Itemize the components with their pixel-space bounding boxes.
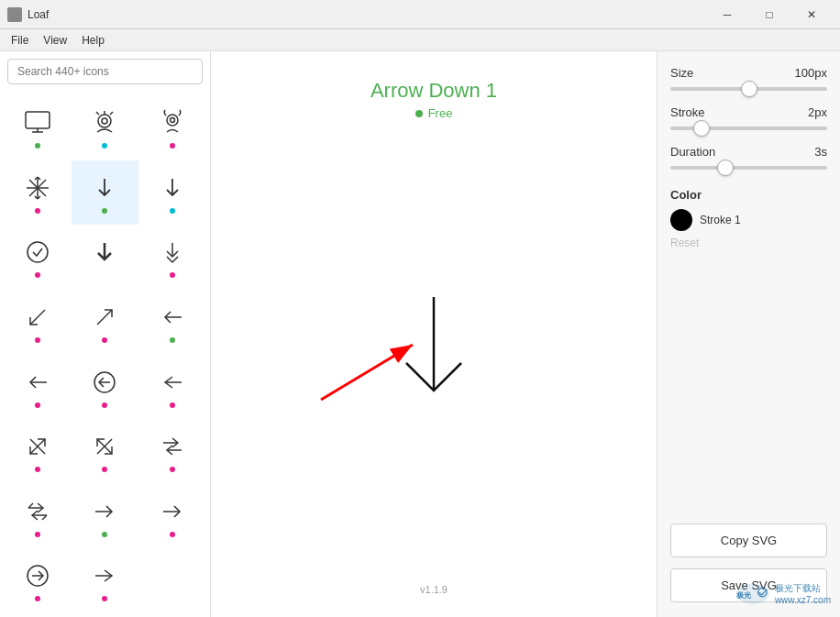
list-item[interactable] [138, 290, 206, 354]
arrow-down-4-icon [156, 236, 189, 269]
circle-check-icon [21, 236, 54, 269]
list-item[interactable] [4, 95, 72, 160]
title-bar: Loaf ─ □ ✕ [0, 0, 840, 29]
icon-dot [35, 143, 40, 149]
list-item[interactable] [4, 419, 72, 483]
list-item[interactable] [72, 160, 139, 225]
list-item[interactable] [72, 548, 139, 612]
size-control: Size 100px [670, 66, 827, 94]
arrow-expand-2-icon [88, 430, 121, 463]
arrow-left-2-icon [21, 366, 54, 399]
duration-label-row: Duration 3s [670, 145, 827, 159]
size-slider-track [670, 87, 827, 91]
list-item[interactable] [138, 419, 206, 483]
app-icon [7, 7, 22, 22]
icon-dot [170, 402, 175, 408]
stroke-value: 2px [808, 105, 827, 119]
arrow-left-3-icon [156, 366, 189, 399]
stroke1-label: Stroke 1 [700, 214, 741, 226]
list-item[interactable] [72, 355, 139, 419]
icon-dot [170, 467, 175, 472]
stroke-slider-thumb[interactable] [693, 120, 710, 137]
list-item[interactable] [4, 225, 72, 289]
list-item[interactable] [138, 225, 206, 289]
icon-preview [379, 120, 489, 584]
version-label: v1.1.9 [420, 584, 448, 595]
list-item[interactable] [72, 484, 139, 548]
arrow-left-circle-icon [88, 366, 121, 399]
arrow-down-3-icon [88, 236, 121, 269]
color-row: Stroke 1 [670, 209, 827, 231]
right-panel: Size 100px Stroke 2px Duration 3s [657, 51, 840, 617]
color-section: Color Stroke 1 Reset [670, 188, 827, 249]
arrow-diagonal-1-icon [21, 301, 54, 334]
icon-dot [170, 208, 175, 214]
size-slider-thumb[interactable] [741, 81, 757, 97]
maximize-button[interactable]: □ [748, 0, 790, 29]
monitor-icon [21, 106, 54, 139]
icon-dot [170, 532, 175, 537]
arrow-expand-1-icon [21, 430, 54, 463]
copy-svg-button[interactable]: Copy SVG [670, 523, 827, 557]
list-item[interactable] [72, 290, 139, 354]
color-swatch-stroke1[interactable] [670, 209, 692, 231]
color-section-label: Color [670, 188, 827, 202]
icon-dot [35, 402, 40, 408]
preview-svg [379, 288, 489, 416]
list-item[interactable] [4, 290, 72, 354]
icon-dot [35, 337, 40, 343]
watermark: 极光 极光下载站 www.xz7.com [735, 580, 831, 608]
icon-dot [170, 272, 175, 278]
snowflake-icon [21, 171, 54, 204]
icon-grid [0, 92, 210, 617]
icon-dot [35, 467, 40, 472]
svg-point-8 [167, 115, 178, 126]
svg-point-4 [102, 118, 107, 124]
arrow-right-circle-icon [21, 559, 54, 592]
duration-label: Duration [670, 145, 715, 159]
list-item[interactable] [138, 484, 206, 548]
list-item[interactable] [72, 95, 139, 160]
main-layout: Arrow Down 1 Free v1.1.9 [0, 51, 840, 617]
reset-link[interactable]: Reset [670, 237, 827, 249]
list-item[interactable] [138, 160, 206, 225]
svg-text:极光: 极光 [735, 591, 751, 600]
size-value: 100px [795, 66, 827, 80]
icon-dot [102, 337, 107, 343]
list-item[interactable] [4, 548, 72, 612]
menu-view[interactable]: View [36, 32, 74, 49]
app-title: Loaf [28, 8, 49, 21]
menu-help[interactable]: Help [74, 32, 112, 49]
duration-slider-thumb[interactable] [717, 160, 734, 176]
search-input[interactable] [7, 59, 203, 84]
free-label: Free [428, 106, 453, 120]
duration-slider-track [670, 166, 827, 170]
list-item[interactable] [72, 419, 139, 483]
icon-dot [102, 143, 107, 149]
list-item[interactable] [138, 95, 206, 160]
list-item[interactable] [4, 160, 72, 225]
list-item[interactable] [4, 484, 72, 548]
arrow-right-2-icon [156, 495, 189, 528]
icon-dot [102, 208, 107, 214]
free-badge: Free [415, 106, 453, 120]
stroke-control: Stroke 2px [670, 105, 827, 134]
menu-bar: File View Help [0, 29, 840, 51]
webcam1-icon [88, 106, 121, 139]
icon-dot [35, 272, 40, 278]
list-item[interactable] [72, 225, 139, 289]
icon-dot [170, 337, 175, 343]
menu-file[interactable]: File [4, 32, 36, 49]
list-item[interactable] [138, 355, 206, 419]
list-item[interactable] [4, 355, 72, 419]
arrow-diagonal-2-icon [88, 301, 121, 334]
arrow-right-1-icon [88, 495, 121, 528]
size-label-row: Size 100px [670, 66, 827, 80]
svg-line-6 [110, 112, 113, 115]
duration-control: Duration 3s [670, 145, 827, 173]
icon-dot [102, 467, 107, 472]
close-button[interactable]: ✕ [790, 0, 833, 29]
minimize-button[interactable]: ─ [706, 0, 748, 29]
icon-dot [35, 208, 40, 214]
stroke-slider-track [670, 127, 827, 130]
